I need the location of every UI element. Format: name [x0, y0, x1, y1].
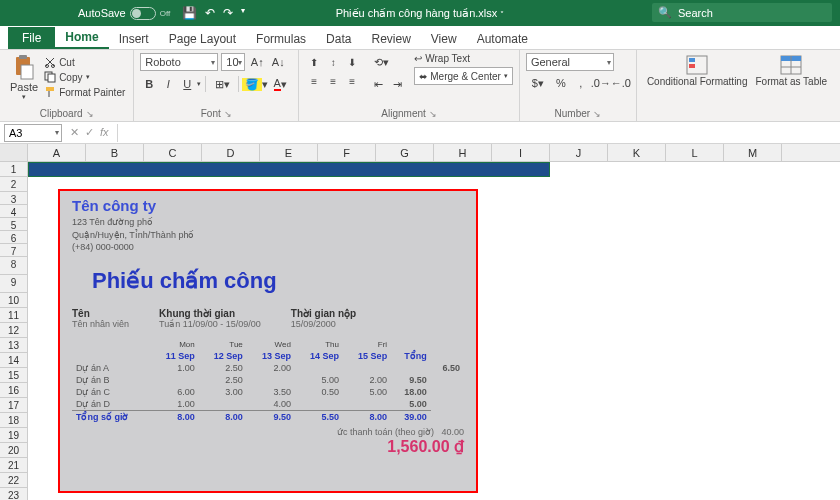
- border-button[interactable]: ⊞▾: [210, 75, 234, 93]
- align-middle-icon[interactable]: ↕: [324, 53, 342, 71]
- increase-font-icon[interactable]: A↑: [248, 53, 266, 71]
- number-format-combo[interactable]: General: [526, 53, 614, 71]
- increase-decimal-button[interactable]: .0→: [592, 74, 610, 92]
- chevron-down-icon: ▾: [504, 72, 508, 80]
- enter-formula-icon[interactable]: ✓: [85, 126, 94, 139]
- row-header[interactable]: 12: [0, 323, 28, 338]
- row-header[interactable]: 16: [0, 383, 28, 398]
- align-bottom-icon[interactable]: ⬇: [343, 53, 361, 71]
- font-name-combo[interactable]: Roboto: [140, 53, 218, 71]
- tab-insert[interactable]: Insert: [109, 28, 159, 49]
- comma-format-button[interactable]: ,: [572, 74, 590, 92]
- company-name: Tên công ty: [72, 197, 464, 214]
- row-header[interactable]: 14: [0, 353, 28, 368]
- row-header[interactable]: 21: [0, 458, 28, 473]
- cancel-formula-icon[interactable]: ✕: [70, 126, 79, 139]
- align-top-icon[interactable]: ⬆: [305, 53, 323, 71]
- increase-indent-icon[interactable]: ⇥: [388, 75, 406, 93]
- accounting-format-button[interactable]: $▾: [526, 74, 550, 92]
- decrease-indent-icon[interactable]: ⇤: [369, 75, 387, 93]
- percent-format-button[interactable]: %: [552, 74, 570, 92]
- search-box[interactable]: 🔍 Search: [652, 3, 832, 22]
- fx-icon[interactable]: fx: [100, 126, 109, 139]
- row-header[interactable]: 1: [0, 162, 28, 177]
- redo-icon[interactable]: ↷: [223, 6, 233, 20]
- column-header[interactable]: F: [318, 144, 376, 161]
- undo-icon[interactable]: ↶: [205, 6, 215, 20]
- column-header[interactable]: I: [492, 144, 550, 161]
- dialog-launcher-icon[interactable]: ↘: [86, 109, 94, 119]
- tab-formulas[interactable]: Formulas: [246, 28, 316, 49]
- dialog-launcher-icon[interactable]: ↘: [593, 109, 601, 119]
- tab-view[interactable]: View: [421, 28, 467, 49]
- decrease-font-icon[interactable]: A↓: [269, 53, 287, 71]
- autosave-toggle[interactable]: [130, 7, 156, 20]
- column-header[interactable]: B: [86, 144, 144, 161]
- row-header[interactable]: 23: [0, 488, 28, 500]
- tab-review[interactable]: Review: [361, 28, 420, 49]
- qat-dropdown-icon[interactable]: ▾: [241, 6, 245, 20]
- align-right-icon[interactable]: ≡: [343, 72, 361, 90]
- chevron-down-icon[interactable]: ˅: [500, 10, 504, 19]
- save-icon[interactable]: 💾: [182, 6, 197, 20]
- column-header[interactable]: D: [202, 144, 260, 161]
- row-header[interactable]: 3: [0, 192, 28, 205]
- format-painter-button[interactable]: Format Painter: [42, 85, 127, 99]
- orientation-button[interactable]: ⟲▾: [369, 53, 393, 71]
- row-header[interactable]: 8: [0, 257, 28, 275]
- row-header[interactable]: 22: [0, 473, 28, 488]
- row-header[interactable]: 17: [0, 398, 28, 413]
- font-color-button[interactable]: A▾: [268, 75, 292, 93]
- name-box[interactable]: A3: [4, 124, 62, 142]
- column-header[interactable]: K: [608, 144, 666, 161]
- column-header[interactable]: H: [434, 144, 492, 161]
- align-left-icon[interactable]: ≡: [305, 72, 323, 90]
- merge-center-button[interactable]: ⬌Merge & Center▾: [414, 67, 513, 85]
- dialog-launcher-icon[interactable]: ↘: [224, 109, 232, 119]
- quick-access-toolbar: 💾 ↶ ↷ ▾: [182, 6, 245, 20]
- row-header[interactable]: 13: [0, 338, 28, 353]
- row-header[interactable]: 15: [0, 368, 28, 383]
- column-header[interactable]: J: [550, 144, 608, 161]
- tab-page-layout[interactable]: Page Layout: [159, 28, 246, 49]
- fill-color-button[interactable]: 🪣▾: [243, 75, 267, 93]
- column-header[interactable]: G: [376, 144, 434, 161]
- cells-area[interactable]: Tên công ty 123 Tên đường phố Quận/Huyện…: [28, 162, 840, 500]
- italic-button[interactable]: I: [159, 75, 177, 93]
- row-header[interactable]: 5: [0, 218, 28, 231]
- row-header[interactable]: 6: [0, 231, 28, 244]
- row-header[interactable]: 19: [0, 428, 28, 443]
- paste-button[interactable]: Paste ▾: [6, 53, 42, 103]
- formula-input[interactable]: [117, 124, 840, 142]
- copy-button[interactable]: Copy ▾: [42, 70, 127, 84]
- row-header[interactable]: 18: [0, 413, 28, 428]
- column-header[interactable]: L: [666, 144, 724, 161]
- align-center-icon[interactable]: ≡: [324, 72, 342, 90]
- column-header[interactable]: C: [144, 144, 202, 161]
- column-header[interactable]: A: [28, 144, 86, 161]
- decrease-decimal-button[interactable]: ←.0: [612, 74, 630, 92]
- underline-button[interactable]: U: [178, 75, 196, 93]
- row-header[interactable]: 2: [0, 177, 28, 192]
- row-header[interactable]: 10: [0, 293, 28, 308]
- tab-automate[interactable]: Automate: [467, 28, 538, 49]
- tab-data[interactable]: Data: [316, 28, 361, 49]
- cut-button[interactable]: Cut: [42, 55, 127, 69]
- dialog-launcher-icon[interactable]: ↘: [429, 109, 437, 119]
- tab-file[interactable]: File: [8, 27, 55, 49]
- row-header[interactable]: 20: [0, 443, 28, 458]
- row-header[interactable]: 11: [0, 308, 28, 323]
- font-size-combo[interactable]: 10: [221, 53, 245, 71]
- select-all-corner[interactable]: [0, 144, 28, 161]
- row-header[interactable]: 9: [0, 275, 28, 293]
- tab-home[interactable]: Home: [55, 26, 108, 49]
- wrap-text-button[interactable]: ↩Wrap Text: [414, 53, 513, 64]
- bold-button[interactable]: B: [140, 75, 158, 93]
- chevron-down-icon[interactable]: ▾: [197, 80, 201, 88]
- column-header[interactable]: E: [260, 144, 318, 161]
- row-header[interactable]: 7: [0, 244, 28, 257]
- format-as-table-button[interactable]: Format as Table: [751, 53, 831, 89]
- column-header[interactable]: M: [724, 144, 782, 161]
- row-header[interactable]: 4: [0, 205, 28, 218]
- conditional-formatting-button[interactable]: Conditional Formatting: [643, 53, 752, 89]
